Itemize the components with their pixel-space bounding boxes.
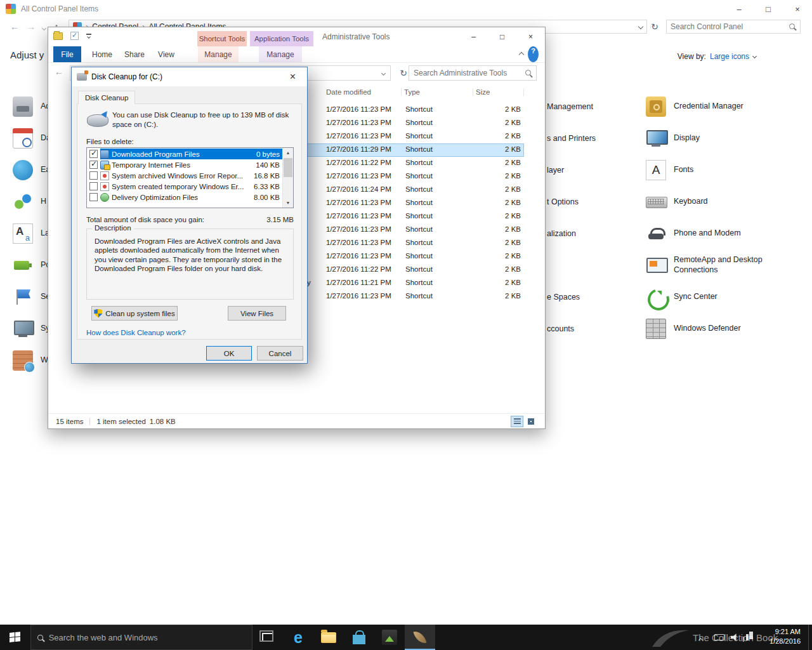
file-category-checkbox[interactable] (89, 182, 98, 190)
taskbar-clock[interactable]: 9:21 AM 1/28/2016 (761, 627, 801, 646)
touch-keyboard-icon[interactable] (714, 634, 724, 640)
maximize-icon[interactable] (488, 27, 516, 46)
address-dropdown-icon[interactable] (638, 23, 643, 29)
taskbar-search[interactable] (30, 625, 252, 650)
status-selection-size: 1.08 KB (150, 418, 176, 425)
close-icon[interactable] (783, 0, 812, 18)
control-panel-item[interactable]: Keyboard (646, 186, 804, 218)
scroll-up-icon[interactable] (283, 148, 293, 157)
control-panel-item-label-fragment[interactable]: t Options (547, 186, 642, 218)
explorer-search-input[interactable] (414, 69, 521, 77)
scrollbar-thumb[interactable] (284, 158, 292, 177)
control-panel-item-label-fragment[interactable]: alization (547, 218, 642, 249)
control-panel-item[interactable]: Phone and Modem (646, 218, 804, 249)
file-category-row[interactable]: System archived Windows Error Repor... 1… (87, 170, 283, 181)
control-panel-search-input[interactable] (671, 22, 786, 31)
restore-icon[interactable] (754, 0, 783, 18)
file-category-name: Delivery Optimization Files (112, 194, 251, 201)
tab-home[interactable]: Home (88, 46, 117, 62)
file-category-name: Downloaded Program Files (112, 150, 254, 158)
application-tools-tab[interactable]: Application Tools (250, 31, 313, 46)
view-files-label: View Files (240, 310, 273, 317)
minimize-icon[interactable] (724, 0, 754, 18)
active-app-button[interactable] (405, 625, 435, 650)
file-category-checkbox[interactable] (89, 193, 98, 201)
control-panel-item-label-fragment[interactable] (547, 249, 642, 281)
file-category-icon (100, 182, 109, 191)
file-category-row[interactable]: Downloaded Program Files 0 bytes (87, 149, 283, 159)
window-controls (724, 0, 812, 18)
close-icon[interactable] (278, 67, 307, 86)
control-panel-item-label-fragment[interactable]: layer (547, 154, 642, 186)
store-button[interactable] (344, 625, 374, 650)
control-panel-item[interactable]: Display (646, 123, 804, 154)
column-header-size[interactable]: Size (474, 88, 524, 96)
chevron-down-icon[interactable] (752, 53, 757, 58)
back-arrow-icon[interactable] (6, 22, 23, 32)
file-category-row[interactable]: Temporary Internet Files 140 KB (87, 159, 283, 170)
control-panel-item[interactable]: Windows Defender (646, 313, 804, 345)
address-dropdown-icon[interactable] (381, 71, 386, 76)
forward-arrow-icon[interactable] (23, 22, 39, 32)
details-view-icon[interactable] (511, 416, 523, 427)
control-panel-item-label: Display (674, 133, 775, 143)
pinned-app-button-1[interactable] (374, 625, 405, 650)
large-icons-view-icon[interactable] (525, 416, 537, 427)
start-button[interactable] (0, 625, 30, 650)
how-disk-cleanup-works-link[interactable]: How does Disk Cleanup work? (86, 329, 186, 336)
scroll-down-icon[interactable] (283, 198, 293, 208)
tab-manage-shortcut[interactable]: Manage (198, 46, 239, 62)
column-header-type[interactable]: Type (402, 88, 473, 96)
back-arrow-icon[interactable] (55, 67, 63, 77)
properties-icon[interactable] (70, 32, 79, 40)
file-size: 2 KB (470, 119, 521, 126)
file-size: 2 KB (470, 212, 521, 220)
help-icon[interactable] (528, 46, 539, 62)
volume-icon[interactable] (731, 633, 738, 641)
tab-share[interactable]: Share (119, 46, 150, 62)
collapse-ribbon-icon[interactable] (520, 46, 523, 62)
control-panel-titlebar: All Control Panel Items (0, 0, 812, 18)
file-size: 2 KB (470, 105, 521, 113)
control-panel-item[interactable]: Credential Manager (646, 91, 804, 123)
hidden-icons-chevron-icon[interactable] (699, 635, 702, 644)
control-panel-item[interactable]: Sync Center (646, 281, 804, 313)
control-panel-item[interactable]: RemoteApp and Desktop Connections (646, 249, 804, 281)
view-by-value[interactable]: Large icons (710, 52, 749, 61)
history-dropdown-icon[interactable] (39, 22, 48, 32)
file-category-row[interactable]: Delivery Optimization Files 8.00 KB (87, 192, 283, 202)
file-category-checkbox[interactable] (89, 161, 98, 169)
control-panel-item[interactable]: Fonts (646, 154, 804, 186)
taskbar-search-input[interactable] (49, 633, 246, 642)
tab-file[interactable]: File (53, 46, 81, 62)
file-category-row[interactable]: System created temporary Windows Er... 6… (87, 181, 283, 192)
customize-toolbar-icon[interactable] (86, 34, 91, 38)
edge-button[interactable] (283, 625, 313, 650)
control-panel-item-label-fragment[interactable]: ccounts (547, 313, 642, 345)
task-view-button[interactable] (252, 625, 283, 650)
file-category-checkbox[interactable] (89, 150, 98, 158)
control-panel-item-label-fragment[interactable]: s and Printers (547, 123, 642, 154)
shortcut-tools-tab[interactable]: Shortcut Tools (197, 31, 247, 46)
minimize-icon[interactable] (459, 27, 488, 46)
tab-view[interactable]: View (152, 46, 180, 62)
control-panel-item-label-fragment[interactable]: e Spaces (547, 281, 642, 313)
ok-button[interactable]: OK (206, 346, 252, 361)
clean-up-system-files-button[interactable]: Clean up system files (91, 306, 178, 321)
cancel-button[interactable]: Cancel (257, 346, 303, 361)
show-desktop-button[interactable] (808, 625, 812, 650)
column-header-date-modified[interactable]: Date modified (324, 88, 402, 96)
tab-manage-application[interactable]: Manage (259, 46, 302, 62)
control-panel-item-label-fragment[interactable]: Management (547, 91, 642, 123)
refresh-icon[interactable] (647, 22, 662, 32)
listbox-scrollbar[interactable] (282, 148, 293, 208)
control-panel-search[interactable] (666, 20, 801, 34)
explorer-search[interactable] (409, 65, 537, 81)
explorer-app-icon[interactable] (53, 32, 63, 40)
tab-disk-cleanup[interactable]: Disk Cleanup (78, 91, 135, 104)
file-explorer-button[interactable] (313, 625, 344, 650)
view-files-button[interactable]: View Files (228, 306, 286, 321)
file-category-checkbox[interactable] (89, 171, 98, 180)
close-icon[interactable] (516, 27, 545, 46)
network-icon[interactable] (746, 634, 749, 640)
